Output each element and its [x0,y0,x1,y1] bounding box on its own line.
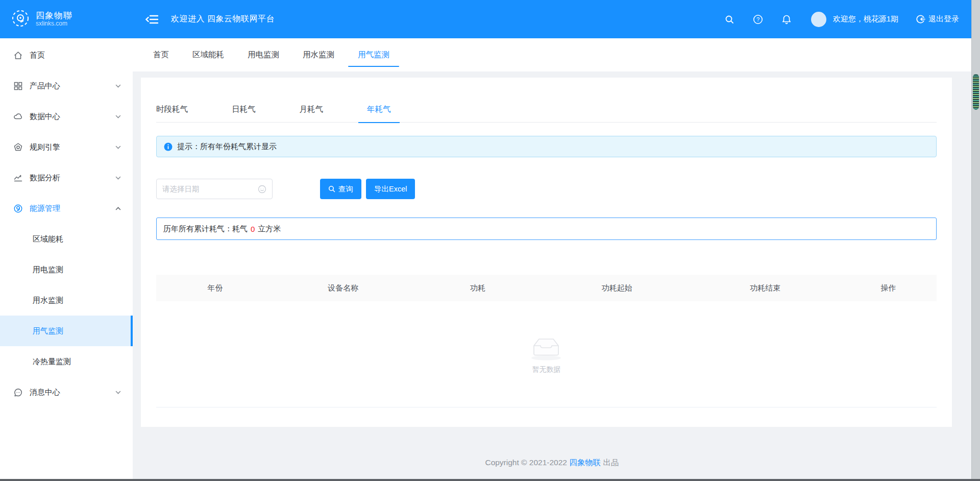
tab-yearly-gas[interactable]: 年耗气 [367,97,391,123]
sidebar-subitem-label: 用气监测 [33,326,63,336]
sidebar-subitem-label: 区域能耗 [33,234,63,244]
date-picker[interactable] [156,179,273,199]
top-nav: 首页 区域能耗 用电监测 用水监测 用气监测 [133,38,971,71]
bell-icon[interactable] [781,14,792,25]
topnav-tab-electricity[interactable]: 用电监测 [248,38,279,71]
empty-inbox-icon [529,334,564,361]
sidebar: 首页 产品中心 数据中心 [0,38,133,481]
col-actions: 操作 [840,283,937,293]
energy-icon [13,204,23,213]
brand-name: 四象物聯 [36,11,72,21]
sidebar-item-label: 能源管理 [30,204,115,213]
table-empty-state: 暂无数据 [156,301,937,407]
search-icon[interactable] [724,14,734,25]
query-controls: 查询 导出Excel [156,179,937,199]
brand-logo-icon [10,8,31,31]
col-year: 年份 [156,283,274,293]
col-consumption: 功耗 [412,283,544,293]
export-excel-button[interactable]: 导出Excel [366,179,415,199]
sidebar-item-label: 数据分析 [30,173,115,183]
topnav-tab-home[interactable]: 首页 [153,38,169,71]
info-alert: 提示：所有年份耗气累计显示 [156,136,937,157]
sidebar-item-message-center[interactable]: 消息中心 [0,377,133,407]
table-header-row: 年份 设备名称 功耗 功耗起始 功耗结束 操作 [156,275,937,301]
tab-monthly-gas[interactable]: 月耗气 [300,97,324,123]
sidebar-subitem-region-energy[interactable]: 区域能耗 [0,224,133,254]
footer-suffix: 出品 [603,458,619,467]
sidebar-item-data-analysis[interactable]: 数据分析 [0,162,133,193]
footer-copyright: Copyright © 2021-2022 [485,458,567,467]
home-icon [13,51,23,60]
query-button[interactable]: 查询 [320,179,361,199]
query-button-label: 查询 [338,184,353,194]
message-icon [13,388,23,397]
summary-value: 0 [251,225,255,233]
topnav-tab-water[interactable]: 用水监测 [303,38,334,71]
chevron-down-icon [115,144,121,151]
sidebar-item-label: 数据中心 [30,112,115,122]
sidebar-subitem-heating-cooling[interactable]: 冷热量监测 [0,346,133,377]
user-greeting: 欢迎您，桃花源1期 [833,14,898,24]
product-grid-icon [13,81,23,91]
topnav-tab-gas[interactable]: 用气监测 [358,38,389,71]
gas-period-tabs: 时段耗气 日耗气 月耗气 年耗气 [156,78,937,123]
logout-label: 退出登录 [928,14,959,24]
sidebar-item-label: 产品中心 [30,81,115,91]
date-picker-icon[interactable] [258,185,266,194]
window-bottom-edge [0,479,980,481]
brand-domain: sxlinks.com [36,20,72,28]
page-scrollbar-thumb[interactable] [973,74,979,110]
alert-text: 提示：所有年份耗气累计显示 [177,142,277,152]
query-search-icon [328,185,335,193]
content-card: 时段耗气 日耗气 月耗气 年耗气 提示：所有年份耗气累计显示 [141,78,952,427]
menu-fold-icon[interactable] [145,14,159,25]
export-button-label: 导出Excel [374,184,407,194]
page-scrollbar-track[interactable] [971,0,980,481]
analysis-chart-icon [13,173,23,183]
app-header: 四象物聯 sxlinks.com 欢迎进入 四象云物联网平台 ? [0,0,971,38]
date-input[interactable] [162,185,258,193]
header-actions: ? 欢迎您，桃花源1期 退出登录 [706,12,971,27]
cloud-icon [13,112,23,122]
total-consumption-summary: 历年所有累计耗气：耗气 0 立方米 [156,218,937,240]
sidebar-item-rule-engine[interactable]: 规则引擎 [0,132,133,162]
col-device-name: 设备名称 [274,283,412,293]
brand[interactable]: 四象物聯 sxlinks.com [0,8,133,31]
footer-brand-link[interactable]: 四象物联 [569,458,601,467]
sidebar-item-products[interactable]: 产品中心 [0,70,133,101]
sidebar-item-label: 首页 [30,51,121,60]
chevron-down-icon [115,175,121,181]
sidebar-subitem-gas[interactable]: 用气监测 [0,316,133,346]
app-root: 四象物聯 sxlinks.com 欢迎进入 四象云物联网平台 ? [0,0,980,481]
sidebar-item-label: 消息中心 [30,388,115,397]
info-icon [164,142,173,151]
tab-period-gas[interactable]: 时段耗气 [156,97,188,123]
topnav-tab-region-energy[interactable]: 区域能耗 [192,38,224,71]
sidebar-item-data-center[interactable]: 数据中心 [0,101,133,132]
sidebar-subitem-label: 用水监测 [33,296,63,305]
sidebar-subitem-water[interactable]: 用水监测 [0,285,133,316]
empty-text: 暂无数据 [532,365,561,374]
sidebar-subitem-label: 冷热量监测 [33,357,71,367]
sidebar-item-home[interactable]: 首页 [0,40,133,70]
sidebar-subitem-label: 用电监测 [33,265,63,275]
chevron-down-icon [115,83,121,89]
sidebar-subitem-electricity[interactable]: 用电监测 [0,254,133,285]
rule-engine-icon [13,142,23,152]
summary-unit: 立方米 [258,224,281,234]
sidebar-item-energy[interactable]: 能源管理 [0,193,133,224]
chevron-down-icon [115,113,121,120]
col-consumption-start: 功耗起始 [543,283,691,293]
col-consumption-end: 功耗结束 [691,283,840,293]
tab-daily-gas[interactable]: 日耗气 [232,97,256,123]
welcome-text: 欢迎进入 四象云物联网平台 [171,14,275,25]
logout-icon [916,14,925,24]
summary-prefix: 历年所有累计耗气：耗气 [163,224,248,234]
help-icon[interactable]: ? [753,14,763,25]
yearly-gas-table: 年份 设备名称 功耗 功耗起始 功耗结束 操作 暂无数据 [156,275,937,407]
user-avatar[interactable] [811,12,826,27]
svg-text:?: ? [756,16,760,22]
chevron-up-icon [115,205,121,212]
sidebar-item-label: 规则引擎 [30,142,115,152]
logout-button[interactable]: 退出登录 [916,14,959,24]
